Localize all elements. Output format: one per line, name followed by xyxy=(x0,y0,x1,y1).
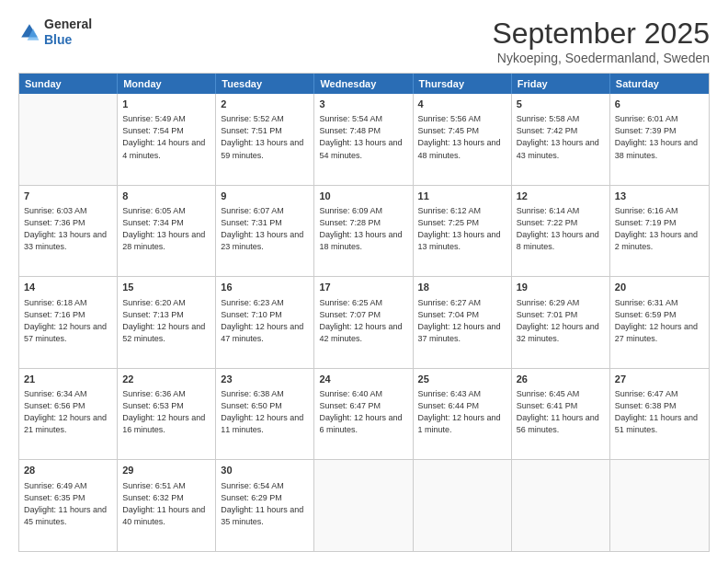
calendar-row-5: 28Sunrise: 6:49 AMSunset: 6:35 PMDayligh… xyxy=(19,459,709,551)
day-cell-3: 3Sunrise: 5:54 AMSunset: 7:48 PMDaylight… xyxy=(314,94,413,185)
day-info: Sunrise: 6:43 AMSunset: 6:44 PMDaylight:… xyxy=(418,388,506,436)
day-info: Sunrise: 6:20 AMSunset: 7:13 PMDaylight:… xyxy=(122,297,210,345)
empty-cell xyxy=(314,460,413,551)
day-number: 8 xyxy=(122,190,210,203)
day-number: 29 xyxy=(122,464,210,477)
day-info: Sunrise: 6:27 AMSunset: 7:04 PMDaylight:… xyxy=(418,297,506,345)
weekday-header-sunday: Sunday xyxy=(19,74,118,94)
day-info: Sunrise: 6:18 AMSunset: 7:16 PMDaylight:… xyxy=(24,297,112,345)
day-info: Sunrise: 6:40 AMSunset: 6:47 PMDaylight:… xyxy=(319,388,407,436)
day-number: 24 xyxy=(319,373,407,386)
day-info: Sunrise: 6:51 AMSunset: 6:32 PMDaylight:… xyxy=(122,480,210,528)
day-cell-10: 10Sunrise: 6:09 AMSunset: 7:28 PMDayligh… xyxy=(314,186,413,277)
day-cell-25: 25Sunrise: 6:43 AMSunset: 6:44 PMDayligh… xyxy=(414,369,512,460)
day-info: Sunrise: 6:25 AMSunset: 7:07 PMDaylight:… xyxy=(319,297,407,345)
day-cell-6: 6Sunrise: 6:01 AMSunset: 7:39 PMDaylight… xyxy=(610,94,709,185)
calendar-body: 1Sunrise: 5:49 AMSunset: 7:54 PMDaylight… xyxy=(19,94,709,551)
day-cell-5: 5Sunrise: 5:58 AMSunset: 7:42 PMDaylight… xyxy=(512,94,610,185)
day-number: 19 xyxy=(517,281,605,294)
day-cell-8: 8Sunrise: 6:05 AMSunset: 7:34 PMDaylight… xyxy=(118,186,216,277)
logo-icon xyxy=(18,21,40,43)
day-cell-23: 23Sunrise: 6:38 AMSunset: 6:50 PMDayligh… xyxy=(216,369,314,460)
calendar-row-2: 7Sunrise: 6:03 AMSunset: 7:36 PMDaylight… xyxy=(19,185,709,277)
day-info: Sunrise: 6:23 AMSunset: 7:10 PMDaylight:… xyxy=(221,297,309,345)
empty-cell xyxy=(512,460,610,551)
day-info: Sunrise: 6:16 AMSunset: 7:19 PMDaylight:… xyxy=(615,205,704,253)
day-cell-4: 4Sunrise: 5:56 AMSunset: 7:45 PMDaylight… xyxy=(414,94,512,185)
day-number: 15 xyxy=(122,281,210,294)
calendar-header: SundayMondayTuesdayWednesdayThursdayFrid… xyxy=(19,74,709,94)
title-block: September 2025 Nykoeping, Soedermanland,… xyxy=(492,17,710,65)
day-number: 5 xyxy=(517,98,605,111)
day-info: Sunrise: 6:31 AMSunset: 6:59 PMDaylight:… xyxy=(615,297,704,345)
day-number: 26 xyxy=(517,373,605,386)
weekday-header-friday: Friday xyxy=(512,74,610,94)
day-info: Sunrise: 6:29 AMSunset: 7:01 PMDaylight:… xyxy=(517,297,605,345)
day-cell-26: 26Sunrise: 6:45 AMSunset: 6:41 PMDayligh… xyxy=(512,369,610,460)
weekday-header-tuesday: Tuesday xyxy=(216,74,314,94)
logo-blue: Blue xyxy=(44,32,92,48)
calendar-row-1: 1Sunrise: 5:49 AMSunset: 7:54 PMDaylight… xyxy=(19,94,709,185)
weekday-header-saturday: Saturday xyxy=(610,74,709,94)
day-cell-7: 7Sunrise: 6:03 AMSunset: 7:36 PMDaylight… xyxy=(19,186,118,277)
day-number: 9 xyxy=(221,190,309,203)
empty-cell xyxy=(610,460,709,551)
day-info: Sunrise: 6:38 AMSunset: 6:50 PMDaylight:… xyxy=(221,388,309,436)
day-number: 28 xyxy=(24,464,112,477)
day-cell-18: 18Sunrise: 6:27 AMSunset: 7:04 PMDayligh… xyxy=(414,277,512,368)
day-number: 11 xyxy=(418,190,506,203)
day-cell-9: 9Sunrise: 6:07 AMSunset: 7:31 PMDaylight… xyxy=(216,186,314,277)
day-info: Sunrise: 5:52 AMSunset: 7:51 PMDaylight:… xyxy=(221,113,309,161)
day-cell-28: 28Sunrise: 6:49 AMSunset: 6:35 PMDayligh… xyxy=(19,460,118,551)
logo: General Blue xyxy=(18,17,92,48)
day-number: 14 xyxy=(24,281,112,294)
day-info: Sunrise: 6:09 AMSunset: 7:28 PMDaylight:… xyxy=(319,205,407,253)
calendar-row-4: 21Sunrise: 6:34 AMSunset: 6:56 PMDayligh… xyxy=(19,368,709,460)
day-cell-17: 17Sunrise: 6:25 AMSunset: 7:07 PMDayligh… xyxy=(314,277,413,368)
day-cell-15: 15Sunrise: 6:20 AMSunset: 7:13 PMDayligh… xyxy=(118,277,216,368)
day-info: Sunrise: 5:49 AMSunset: 7:54 PMDaylight:… xyxy=(122,113,210,161)
day-number: 4 xyxy=(418,98,506,111)
day-cell-11: 11Sunrise: 6:12 AMSunset: 7:25 PMDayligh… xyxy=(414,186,512,277)
logo-general: General xyxy=(44,17,92,32)
weekday-header-wednesday: Wednesday xyxy=(314,74,413,94)
weekday-header-monday: Monday xyxy=(118,74,216,94)
day-number: 17 xyxy=(319,281,407,294)
weekday-header-thursday: Thursday xyxy=(414,74,512,94)
day-info: Sunrise: 6:05 AMSunset: 7:34 PMDaylight:… xyxy=(122,205,210,253)
month-title: September 2025 xyxy=(492,17,710,51)
day-info: Sunrise: 5:56 AMSunset: 7:45 PMDaylight:… xyxy=(418,113,506,161)
day-number: 25 xyxy=(418,373,506,386)
day-number: 27 xyxy=(615,373,704,386)
day-number: 12 xyxy=(517,190,605,203)
day-info: Sunrise: 5:54 AMSunset: 7:48 PMDaylight:… xyxy=(319,113,407,161)
location: Nykoeping, Soedermanland, Sweden xyxy=(492,51,710,65)
empty-cell xyxy=(414,460,512,551)
day-number: 18 xyxy=(418,281,506,294)
day-number: 3 xyxy=(319,98,407,111)
day-number: 20 xyxy=(615,281,704,294)
day-number: 21 xyxy=(24,373,112,386)
day-cell-21: 21Sunrise: 6:34 AMSunset: 6:56 PMDayligh… xyxy=(19,369,118,460)
day-number: 30 xyxy=(221,464,309,477)
day-cell-13: 13Sunrise: 6:16 AMSunset: 7:19 PMDayligh… xyxy=(610,186,709,277)
day-number: 6 xyxy=(615,98,704,111)
day-info: Sunrise: 6:34 AMSunset: 6:56 PMDaylight:… xyxy=(24,388,112,436)
day-cell-14: 14Sunrise: 6:18 AMSunset: 7:16 PMDayligh… xyxy=(19,277,118,368)
day-cell-24: 24Sunrise: 6:40 AMSunset: 6:47 PMDayligh… xyxy=(314,369,413,460)
day-cell-30: 30Sunrise: 6:54 AMSunset: 6:29 PMDayligh… xyxy=(216,460,314,551)
day-cell-29: 29Sunrise: 6:51 AMSunset: 6:32 PMDayligh… xyxy=(118,460,216,551)
calendar-row-3: 14Sunrise: 6:18 AMSunset: 7:16 PMDayligh… xyxy=(19,276,709,368)
day-cell-2: 2Sunrise: 5:52 AMSunset: 7:51 PMDaylight… xyxy=(216,94,314,185)
day-cell-27: 27Sunrise: 6:47 AMSunset: 6:38 PMDayligh… xyxy=(610,369,709,460)
day-number: 16 xyxy=(221,281,309,294)
day-info: Sunrise: 6:07 AMSunset: 7:31 PMDaylight:… xyxy=(221,205,309,253)
day-cell-19: 19Sunrise: 6:29 AMSunset: 7:01 PMDayligh… xyxy=(512,277,610,368)
day-info: Sunrise: 6:36 AMSunset: 6:53 PMDaylight:… xyxy=(122,388,210,436)
day-info: Sunrise: 6:45 AMSunset: 6:41 PMDaylight:… xyxy=(517,388,605,436)
page: General Blue September 2025 Nykoeping, S… xyxy=(0,0,728,563)
day-number: 7 xyxy=(24,190,112,203)
empty-cell xyxy=(19,94,118,185)
header: General Blue September 2025 Nykoeping, S… xyxy=(18,17,710,65)
day-number: 13 xyxy=(615,190,704,203)
